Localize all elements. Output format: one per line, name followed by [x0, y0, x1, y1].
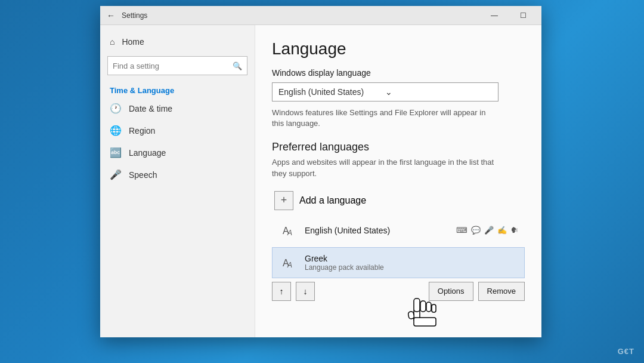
- preferred-languages-title: Preferred languages: [272, 141, 525, 153]
- language-label: Language: [129, 148, 166, 158]
- sidebar-item-speech[interactable]: 🎤 Speech: [100, 164, 255, 186]
- date-time-label: Date & time: [129, 104, 172, 113]
- dropdown-arrow-icon: ⌄: [385, 87, 492, 97]
- english-lang-icon: A A: [278, 220, 299, 241]
- options-button[interactable]: Options: [429, 282, 473, 301]
- home-label: Home: [122, 37, 144, 47]
- add-language-button[interactable]: +: [274, 191, 293, 210]
- home-icon: ⌂: [110, 37, 114, 47]
- display-language-dropdown[interactable]: English (United States) ⌄: [272, 82, 499, 101]
- display-language-value: English (United States): [278, 87, 385, 97]
- sidebar-home-item[interactable]: ⌂ Home: [100, 32, 255, 51]
- move-up-button[interactable]: ↑: [272, 282, 291, 301]
- region-icon: 🌐: [110, 125, 122, 136]
- language-item-english[interactable]: A A English (United States) ⌨ 💬 🎤 ✍ 🗣: [272, 215, 525, 246]
- speech-label: Speech: [129, 170, 157, 180]
- minimize-button[interactable]: —: [481, 6, 508, 25]
- date-time-icon: 🕐: [110, 103, 122, 114]
- add-language-label: Add a language: [299, 195, 366, 206]
- keyboard-icon: ⌨: [456, 226, 467, 235]
- watermark: G€T: [618, 347, 634, 356]
- main-content: Language Windows display language Englis…: [255, 25, 541, 337]
- sidebar-item-date-time[interactable]: 🕐 Date & time: [100, 97, 255, 119]
- svg-text:A: A: [287, 229, 292, 237]
- sidebar: ⌂ Home 🔍 Time & Language 🕐 Date & time 🌐…: [100, 25, 255, 337]
- maximize-button[interactable]: ☐: [509, 6, 537, 25]
- page-title: Language: [272, 39, 525, 59]
- greek-lang-sub: Language pack available: [305, 263, 518, 272]
- english-lang-name: English (United States): [305, 226, 450, 235]
- display-language-helper: Windows features like Settings and File …: [272, 107, 499, 129]
- search-icon: 🔍: [233, 61, 242, 70]
- nav-section-title[interactable]: Time & Language: [100, 80, 255, 97]
- greek-lang-name: Greek: [305, 254, 518, 263]
- sidebar-item-language[interactable]: 🔤 Language: [100, 141, 255, 164]
- titlebar: ← Settings — ☐: [100, 6, 541, 25]
- speech-icon: 🎤: [110, 169, 122, 180]
- english-feature-icons: ⌨ 💬 🎤 ✍ 🗣: [456, 226, 518, 235]
- text-speech-icon: 🗣: [510, 226, 518, 235]
- sidebar-item-region[interactable]: 🌐 Region: [100, 119, 255, 141]
- lang-controls-row: ↑ ↓ Options Remove: [272, 282, 525, 301]
- window-controls: — ☐: [481, 6, 537, 25]
- move-down-button[interactable]: ↓: [296, 282, 315, 301]
- greek-lang-info: Greek Language pack available: [305, 254, 518, 272]
- window-body: ⌂ Home 🔍 Time & Language 🕐 Date & time 🌐…: [100, 25, 541, 337]
- mic-feature-icon: 🎤: [484, 226, 494, 235]
- language-item-greek[interactable]: A A Greek Language pack available: [272, 247, 525, 278]
- speech-bubble-icon: 💬: [471, 226, 481, 235]
- language-icon: 🔤: [110, 147, 122, 158]
- search-input[interactable]: [113, 61, 233, 70]
- region-label: Region: [129, 126, 155, 136]
- handwriting-icon: ✍: [497, 226, 507, 235]
- back-button[interactable]: ←: [105, 10, 117, 21]
- english-lang-info: English (United States): [305, 226, 450, 235]
- greek-lang-icon: A A: [278, 253, 299, 273]
- preferred-languages-helper: Apps and websites will appear in the fir…: [272, 157, 504, 179]
- display-language-label: Windows display language: [272, 68, 525, 78]
- add-language-row[interactable]: + Add a language: [272, 187, 525, 214]
- search-box: 🔍: [107, 56, 247, 75]
- remove-button[interactable]: Remove: [478, 282, 525, 301]
- settings-window: ← Settings — ☐ ⌂ Home 🔍 Time & Language …: [100, 6, 541, 337]
- window-title: Settings: [122, 11, 147, 20]
- svg-text:A: A: [287, 261, 292, 269]
